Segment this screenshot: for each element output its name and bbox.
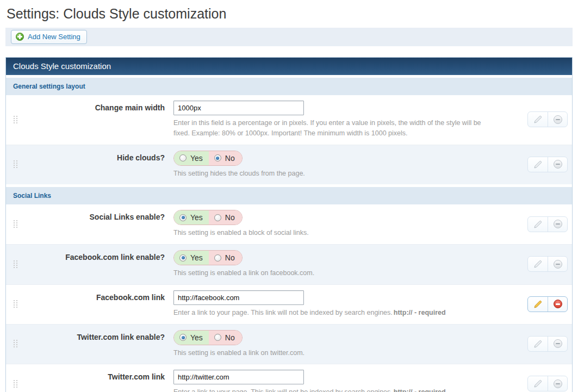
minus-circle-icon xyxy=(554,379,562,388)
no-label: No xyxy=(225,154,235,163)
edit-setting-button[interactable] xyxy=(528,257,548,271)
setting-row-social-links-enable: Social Links enable? Yes No This setting… xyxy=(6,204,572,244)
drag-grip-icon xyxy=(14,300,15,301)
yes-no-toggle: Yes No xyxy=(173,151,243,166)
yes-option[interactable]: Yes xyxy=(174,251,209,265)
yes-option[interactable]: Yes xyxy=(174,331,209,345)
delete-setting-button[interactable] xyxy=(548,157,567,172)
minus-circle-icon xyxy=(554,220,562,228)
minus-circle-icon xyxy=(554,115,562,124)
setting-explanation: This setting is enabled a link on facebo… xyxy=(173,268,495,278)
radio-checked-icon xyxy=(214,154,221,161)
add-new-setting-button[interactable]: Add New Setting xyxy=(11,30,87,44)
drag-handle[interactable] xyxy=(6,101,24,139)
twitter-link-input[interactable] xyxy=(173,370,304,384)
add-plus-icon xyxy=(16,33,24,41)
edit-setting-button[interactable] xyxy=(528,376,548,391)
drag-grip-icon xyxy=(14,380,15,381)
drag-handle[interactable] xyxy=(6,370,24,392)
radio-unchecked-icon xyxy=(214,334,221,341)
row-action-group xyxy=(527,111,568,127)
delete-setting-button[interactable] xyxy=(548,112,567,127)
no-label: No xyxy=(225,213,235,222)
minus-circle-icon xyxy=(554,260,562,269)
no-option[interactable]: No xyxy=(209,151,242,165)
drag-handle[interactable] xyxy=(6,151,24,179)
row-action-group xyxy=(527,336,568,352)
edit-setting-button[interactable] xyxy=(528,157,548,172)
setting-label: Social Links enable? xyxy=(24,210,169,238)
delete-setting-button[interactable] xyxy=(548,297,567,312)
pencil-icon xyxy=(533,115,543,124)
delete-setting-button[interactable] xyxy=(548,257,567,271)
required-hint: http:// - required xyxy=(394,309,446,316)
row-action-group xyxy=(527,157,568,172)
setting-row-facebook-link: Facebook.com link Enter a link to your p… xyxy=(6,284,572,324)
drag-handle[interactable] xyxy=(6,330,24,358)
yes-no-toggle: Yes No xyxy=(173,250,243,265)
no-label: No xyxy=(225,333,235,342)
main-width-input[interactable] xyxy=(173,101,304,115)
radio-checked-icon xyxy=(179,254,187,262)
yes-option[interactable]: Yes xyxy=(174,151,209,165)
drag-grip-icon xyxy=(14,160,15,161)
setting-label: Hide clouds? xyxy=(24,151,169,179)
setting-row-twitter-link-enable: Twitter.com link enable? Yes No This set… xyxy=(6,324,572,364)
setting-label: Facebook.com link enable? xyxy=(24,250,169,278)
pencil-icon xyxy=(533,300,543,309)
no-option[interactable]: No xyxy=(209,210,242,225)
setting-row-facebook-link-enable: Facebook.com link enable? Yes No This se… xyxy=(6,244,572,284)
pencil-icon xyxy=(533,259,543,269)
drag-handle[interactable] xyxy=(6,250,24,278)
minus-circle-icon xyxy=(554,300,562,308)
pencil-icon xyxy=(533,160,543,169)
yes-option[interactable]: Yes xyxy=(174,210,209,225)
row-action-group xyxy=(527,376,568,391)
delete-setting-button[interactable] xyxy=(548,217,567,232)
radio-unchecked-icon xyxy=(214,214,221,221)
group-header-general: General settings layout xyxy=(6,75,572,95)
setting-explanation: This setting hides the clouds from the p… xyxy=(173,169,495,179)
edit-setting-button[interactable] xyxy=(528,217,548,232)
facebook-link-input[interactable] xyxy=(173,290,304,305)
radio-checked-icon xyxy=(179,214,187,221)
pencil-icon xyxy=(533,220,543,229)
minus-circle-icon xyxy=(554,339,562,348)
required-hint: http:// - required xyxy=(394,388,446,392)
no-option[interactable]: No xyxy=(209,251,242,265)
setting-row-twitter-link: Twitter.com link Enter a link to your pa… xyxy=(6,364,572,392)
pencil-icon xyxy=(533,379,543,388)
delete-setting-button[interactable] xyxy=(548,337,567,351)
setting-explanation: This setting is enabled a block of socia… xyxy=(173,228,495,238)
setting-explanation: Enter a link to your page. This link wil… xyxy=(173,387,495,392)
delete-setting-button[interactable] xyxy=(548,376,567,391)
yes-no-toggle: Yes No xyxy=(173,330,243,345)
edit-setting-button[interactable] xyxy=(528,112,548,127)
drag-handle[interactable] xyxy=(6,210,24,238)
setting-label: Twitter.com link xyxy=(24,370,169,392)
page-title: Settings: Clouds Style customization xyxy=(7,6,571,22)
settings-panel: Clouds Style customization General setti… xyxy=(5,57,573,392)
pencil-icon xyxy=(533,339,543,349)
yes-label: Yes xyxy=(190,213,203,222)
minus-circle-icon xyxy=(554,160,562,169)
no-option[interactable]: No xyxy=(209,331,242,345)
drag-handle[interactable] xyxy=(6,290,24,318)
group-header-social-links: Social Links xyxy=(6,184,572,204)
radio-checked-icon xyxy=(179,334,187,341)
drag-grip-icon xyxy=(14,260,15,262)
setting-label: Twitter.com link enable? xyxy=(24,330,169,358)
row-action-group-active xyxy=(527,296,568,312)
edit-setting-button[interactable] xyxy=(528,337,548,351)
setting-label: Change main width xyxy=(24,101,169,139)
setting-explanation: This setting is enabled a link on twitte… xyxy=(173,348,495,358)
edit-setting-button[interactable] xyxy=(528,297,548,312)
drag-grip-icon xyxy=(14,340,15,341)
drag-grip-icon xyxy=(14,220,15,221)
panel-title: Clouds Style customization xyxy=(6,58,572,75)
no-label: No xyxy=(225,253,235,262)
add-new-setting-label: Add New Setting xyxy=(28,33,80,41)
yes-label: Yes xyxy=(190,253,203,262)
toolbar: Add New Setting xyxy=(5,28,573,46)
setting-row-change-main-width: Change main width Enter in this field is… xyxy=(6,95,572,145)
